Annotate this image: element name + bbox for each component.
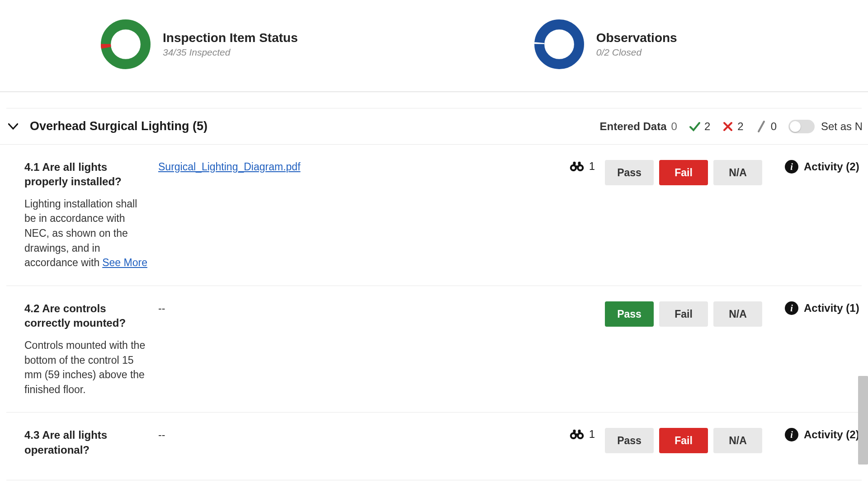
svg-point-0 <box>106 24 146 64</box>
observation-count[interactable]: 1 <box>569 428 595 441</box>
observations-status-subtitle: 0/2 Closed <box>596 47 677 58</box>
observations-status-block: Observations 0/2 Closed <box>533 18 677 70</box>
activity-link[interactable]: i Activity (2) <box>785 160 862 174</box>
see-more-link[interactable]: See More <box>102 257 147 268</box>
fail-count-stat: 2 <box>722 120 743 133</box>
svg-rect-8 <box>573 162 576 165</box>
attachment-placeholder: -- <box>158 302 165 314</box>
svg-rect-9 <box>578 162 580 165</box>
item-question: 4.1 Are all lights properly installed? <box>24 160 149 189</box>
inspection-donut-icon <box>99 18 152 70</box>
svg-rect-17 <box>576 434 578 436</box>
set-as-na-toggle[interactable] <box>788 120 815 133</box>
fail-button[interactable]: Fail <box>659 428 708 453</box>
result-button-group: Pass Fail N/A <box>605 301 762 327</box>
inspection-item-row: 4.2 Are controls correctly mounted? Cont… <box>6 286 862 413</box>
svg-point-2 <box>539 24 579 64</box>
binoculars-icon <box>569 428 585 440</box>
result-button-group: Pass Fail N/A <box>605 160 762 185</box>
svg-rect-15 <box>573 430 576 433</box>
observation-count[interactable]: 1 <box>569 160 595 173</box>
inspection-item-row: 4.1 Are all lights properly installed? L… <box>6 145 862 286</box>
info-icon: i <box>785 301 798 315</box>
svg-point-12 <box>572 434 575 437</box>
pass-count-stat: 2 <box>689 120 710 133</box>
inspection-status-subtitle: 34/35 Inspected <box>163 47 298 58</box>
observations-status-title: Observations <box>596 31 677 45</box>
scrollbar-thumb[interactable] <box>858 376 868 465</box>
svg-point-14 <box>579 434 582 437</box>
svg-rect-10 <box>576 165 578 167</box>
set-as-na-label: Set as N <box>821 120 862 133</box>
na-count-stat: 0 <box>755 120 777 133</box>
na-button[interactable]: N/A <box>713 160 762 185</box>
na-button[interactable]: N/A <box>713 301 762 327</box>
item-question: 4.2 Are controls correctly mounted? <box>24 301 149 331</box>
info-icon: i <box>785 160 798 174</box>
inspection-item-row: 4.3 Are all lights operational? -- 1 Pas… <box>6 413 862 480</box>
inspection-status-title: Inspection Item Status <box>163 31 298 45</box>
chevron-down-icon[interactable] <box>6 120 20 133</box>
pass-button[interactable]: Pass <box>605 428 654 453</box>
svg-point-5 <box>572 166 575 169</box>
pass-button[interactable]: Pass <box>605 301 654 327</box>
section-title: Overhead Surgical Lighting (5) <box>30 119 600 133</box>
check-icon <box>689 121 701 132</box>
observations-donut-icon <box>533 18 585 70</box>
slash-icon <box>755 121 767 132</box>
svg-rect-16 <box>578 430 580 433</box>
attachment-placeholder: -- <box>158 429 165 441</box>
pass-button[interactable]: Pass <box>605 160 654 185</box>
activity-link[interactable]: i Activity (2) <box>785 428 862 441</box>
binoculars-icon <box>569 160 585 172</box>
item-description: Controls mounted with the bottom of the … <box>24 338 149 397</box>
info-icon: i <box>785 428 798 441</box>
fail-button[interactable]: Fail <box>659 160 708 185</box>
activity-link[interactable]: i Activity (1) <box>785 301 862 315</box>
inspection-status-block: Inspection Item Status 34/35 Inspected <box>99 18 298 70</box>
x-icon <box>722 121 734 132</box>
result-button-group: Pass Fail N/A <box>605 428 762 453</box>
section-header[interactable]: Overhead Surgical Lighting (5) Entered D… <box>0 108 868 145</box>
status-strip: Inspection Item Status 34/35 Inspected O… <box>0 0 868 92</box>
na-button[interactable]: N/A <box>713 428 762 453</box>
attachment-link[interactable]: Surgical_Lighting_Diagram.pdf <box>158 161 301 173</box>
entered-data-stat: Entered Data 0 <box>600 120 677 133</box>
item-question: 4.3 Are all lights operational? <box>24 428 149 457</box>
svg-point-7 <box>579 166 582 169</box>
fail-button[interactable]: Fail <box>659 301 708 327</box>
spacer <box>6 92 862 108</box>
item-description: Lighting installation shall be in accord… <box>24 197 149 270</box>
